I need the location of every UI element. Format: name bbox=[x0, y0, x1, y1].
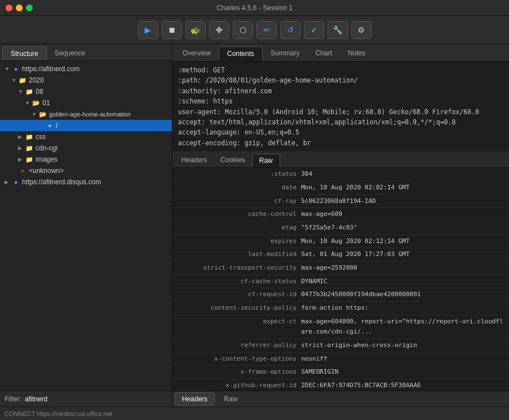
folder-icon: 📁 bbox=[25, 144, 34, 152]
stop-button[interactable]: ⏹ bbox=[162, 21, 182, 39]
tree-item-root[interactable]: ● / bbox=[0, 120, 172, 131]
error-icon: ✕ bbox=[18, 167, 27, 175]
req-header-line: accept: text/html,application/xhtml+xml,… bbox=[178, 117, 503, 127]
edit-icon: ✏ bbox=[263, 25, 270, 34]
breakpoint-button[interactable]: ✤ bbox=[209, 21, 229, 39]
folder-open-icon: 📂 bbox=[32, 99, 41, 107]
tree-arrow: ▶ bbox=[18, 145, 25, 151]
tree-item-2020[interactable]: ▼ 📁 2020 bbox=[0, 75, 172, 86]
tab-summary[interactable]: Summary bbox=[263, 46, 307, 61]
header-name: cf-cache-status bbox=[177, 276, 301, 287]
req-header-line: :path: /2020/08/01/golden-age-home-autom… bbox=[178, 75, 503, 85]
edit-button[interactable]: ✏ bbox=[256, 21, 277, 39]
tab-notes[interactable]: Notes bbox=[340, 46, 373, 61]
header-name: expires bbox=[177, 236, 301, 247]
right-tabs: Overview Contents Summary Chart Notes bbox=[172, 44, 509, 62]
tree-item-golden-age[interactable]: ▼ 📂 golden-age-home-automation bbox=[0, 109, 172, 120]
tree-item-cdn-cgi[interactable]: ▶ 📁 cdn-cgi bbox=[0, 142, 172, 154]
globe-icon: ● bbox=[11, 178, 20, 186]
header-row: etag"5f25a5e7-4c03" bbox=[172, 222, 509, 235]
folder-icon: 📁 bbox=[25, 88, 34, 96]
tab-raw[interactable]: Raw bbox=[252, 154, 280, 167]
tools-icon: 🔧 bbox=[333, 25, 342, 34]
maximize-button[interactable] bbox=[26, 5, 33, 11]
left-panel: Structure Sequence ▼ ● https://afitnerd.… bbox=[0, 44, 172, 406]
tree-item-unknown[interactable]: ✕ <unknown> bbox=[0, 165, 172, 176]
validate-icon: ✔ bbox=[311, 25, 317, 34]
tools-button[interactable]: 🔧 bbox=[328, 21, 348, 39]
header-name: content-security-policy bbox=[177, 303, 301, 314]
header-value: Mon, 10 Aug 2020 02:02:14 GMT bbox=[301, 183, 504, 193]
header-name: etag bbox=[177, 223, 301, 233]
header-value: Sat, 01 Aug 2020 17:27:03 GMT bbox=[301, 249, 504, 260]
header-name: cf-request-id bbox=[177, 289, 301, 300]
tree: ▼ ● https://afitnerd.com ▼ 📁 2020 ▼ 📁 08 bbox=[0, 61, 172, 391]
globe-icon: ● bbox=[11, 65, 20, 73]
close-button[interactable] bbox=[6, 5, 12, 11]
record-button[interactable]: ▶ bbox=[138, 21, 158, 39]
req-header-line: accept-language: en-US,en;q=0.5 bbox=[178, 127, 503, 137]
filter-input[interactable] bbox=[25, 395, 167, 403]
record-icon: ▶ bbox=[145, 25, 151, 34]
tree-item-images[interactable]: ▶ 📁 images bbox=[0, 154, 172, 165]
compose-button[interactable]: ⬡ bbox=[233, 21, 253, 39]
response-section: Headers Cookies Raw :status304dateMon, 1… bbox=[172, 152, 509, 391]
validate-button[interactable]: ✔ bbox=[304, 21, 324, 39]
minimize-button[interactable] bbox=[16, 5, 23, 11]
tree-label: 08 bbox=[36, 88, 43, 96]
header-value: max-age=604800, report-uri="https://repo… bbox=[301, 317, 504, 337]
header-row: x-frame-optionsSAMEORIGIN bbox=[172, 366, 509, 379]
stop-icon: ⏹ bbox=[168, 25, 176, 34]
tree-item-afitnerd[interactable]: ▼ ● https://afitnerd.com bbox=[0, 63, 172, 75]
tab-contents[interactable]: Contents bbox=[219, 46, 263, 61]
settings-icon: ⚙ bbox=[358, 25, 365, 34]
tree-label: <unknown> bbox=[29, 167, 64, 175]
bottom-tab-headers[interactable]: Headers bbox=[175, 392, 215, 406]
header-row: last-modifiedSat, 01 Aug 2020 17:27:03 G… bbox=[172, 248, 509, 262]
tree-item-08[interactable]: ▼ 📁 08 bbox=[0, 86, 172, 97]
file-icon: ● bbox=[45, 122, 54, 129]
repeat-icon: ↺ bbox=[287, 25, 294, 34]
tree-label: golden-age-home-automation bbox=[49, 111, 130, 118]
tree-item-01[interactable]: ▼ 📂 01 bbox=[0, 97, 172, 109]
tree-arrow: ▼ bbox=[32, 111, 38, 117]
main-content: Structure Sequence ▼ ● https://afitnerd.… bbox=[0, 44, 509, 406]
settings-button[interactable]: ⚙ bbox=[351, 21, 372, 39]
tab-cookies[interactable]: Cookies bbox=[214, 154, 251, 167]
header-row: expect-ctmax-age=604800, report-uri="htt… bbox=[172, 315, 509, 339]
header-value: 304 bbox=[301, 169, 504, 180]
filter-bar: Filter: bbox=[0, 391, 172, 406]
header-value: DYNAMIC bbox=[301, 276, 504, 287]
tree-arrow: ▼ bbox=[11, 77, 18, 83]
throttle-button[interactable]: 🐢 bbox=[185, 21, 206, 39]
breakpoint-icon: ✤ bbox=[216, 25, 223, 34]
titlebar: Charles 4.5.6 - Session 1 bbox=[0, 0, 509, 16]
header-value: "5f25a5e7-4c03" bbox=[301, 223, 504, 233]
header-name: cf-ray bbox=[177, 196, 301, 207]
tab-overview[interactable]: Overview bbox=[175, 46, 219, 61]
tree-label: css bbox=[36, 133, 46, 141]
status-text: CONNECT https://nleditor.osi.office.net bbox=[5, 410, 112, 417]
folder-open-icon: 📂 bbox=[38, 110, 47, 118]
tree-arrow: ▼ bbox=[5, 66, 11, 72]
tab-headers[interactable]: Headers bbox=[175, 154, 214, 167]
repeat-button[interactable]: ↺ bbox=[280, 21, 301, 39]
tab-chart[interactable]: Chart bbox=[307, 46, 340, 61]
bottom-tabs: Headers Raw bbox=[172, 391, 509, 406]
response-headers-list: :status304dateMon, 10 Aug 2020 02:02:14 … bbox=[172, 168, 509, 391]
tree-item-css[interactable]: ▶ 📁 css bbox=[0, 131, 172, 142]
header-name: strict-transport-security bbox=[177, 263, 301, 274]
tree-item-disqus[interactable]: ▶ ● https://afitnerd.disqus.com bbox=[0, 176, 172, 188]
tab-structure[interactable]: Structure bbox=[2, 46, 47, 60]
header-value: strict-origin-when-cross-origin bbox=[301, 340, 504, 351]
tree-label: / bbox=[56, 122, 58, 129]
req-header-line: :method: GET bbox=[178, 65, 503, 75]
tree-label: 01 bbox=[42, 99, 50, 107]
tree-arrow: ▶ bbox=[5, 179, 11, 185]
tab-sequence[interactable]: Sequence bbox=[47, 46, 93, 60]
bottom-tab-raw[interactable]: Raw bbox=[217, 393, 244, 405]
header-name: last-modified bbox=[177, 249, 301, 260]
statusbar: CONNECT https://nleditor.osi.office.net bbox=[0, 406, 509, 420]
tree-arrow: ▼ bbox=[25, 100, 32, 106]
header-row: dateMon, 10 Aug 2020 02:02:14 GMT bbox=[172, 181, 509, 195]
